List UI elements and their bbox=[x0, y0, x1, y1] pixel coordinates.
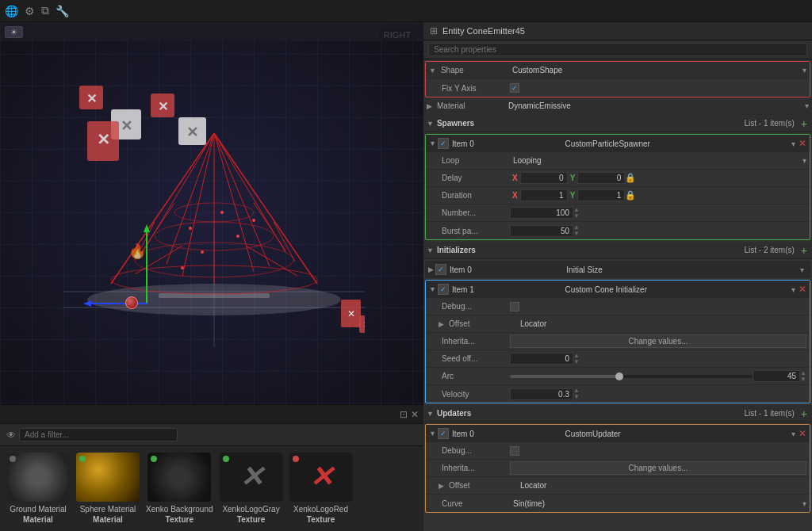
loop-dropdown[interactable]: ▾ bbox=[802, 156, 806, 165]
viewport: RIGHT ☀ bbox=[0, 22, 423, 404]
init-item1-check[interactable]: ✓ bbox=[438, 284, 449, 295]
delay-x-input[interactable] bbox=[520, 172, 568, 184]
shape-section: ▼ Shape CustomShape ▾ Fix Y Axis ✓ bbox=[425, 61, 810, 97]
init-item0-dropdown[interactable]: ▾ bbox=[800, 266, 804, 274]
bb-icon-1[interactable]: ⊡ bbox=[400, 409, 408, 420]
spawner-item0-check[interactable]: ✓ bbox=[438, 138, 449, 149]
spawner-section: ▼ ✓ Item 0 CustomParticleSpawner ▾ ✕ Loo… bbox=[425, 134, 810, 240]
svg-point-28 bbox=[252, 219, 255, 222]
bb-icon-2[interactable]: ✕ bbox=[411, 409, 419, 420]
initializers-header[interactable]: ▼ Initializers List - 2 item(s) + bbox=[423, 242, 812, 259]
duration-y-input[interactable] bbox=[577, 189, 625, 201]
init-item1-delete[interactable]: ✕ bbox=[799, 284, 806, 295]
asset-dot-xenko-gray bbox=[223, 456, 229, 462]
spawners-header[interactable]: ▼ Spawners List - 1 item(s) + bbox=[423, 115, 812, 132]
asset-dot-xenko-red bbox=[293, 456, 299, 462]
top-toolbar: 🌐 ⚙ ⧉ 🔧 bbox=[0, 0, 812, 22]
updater-item0-dropdown[interactable]: ▾ bbox=[791, 430, 795, 438]
updaters-header[interactable]: ▼ Updaters List - 1 item(s) + bbox=[423, 405, 812, 422]
fix-y-check: ✓ bbox=[511, 84, 518, 92]
fix-y-row: Fix Y Axis ✓ bbox=[426, 79, 810, 97]
entity-header: ⊞ Entity ConeEmitter45 bbox=[423, 22, 812, 40]
init1-velocity-input[interactable] bbox=[510, 388, 573, 400]
globe-icon-btn[interactable]: 🌐 bbox=[5, 5, 18, 17]
spawner-item0-dropdown[interactable]: ▾ bbox=[791, 139, 795, 148]
init-item0-check[interactable]: ✓ bbox=[435, 264, 446, 275]
number-input[interactable] bbox=[510, 207, 573, 219]
init1-seed-input[interactable] bbox=[510, 353, 573, 365]
init1-debug-checkbox[interactable] bbox=[510, 302, 519, 311]
delay-y-input[interactable] bbox=[577, 172, 625, 184]
init1-change-btn[interactable]: Change values... bbox=[510, 334, 806, 348]
updater-item0-check[interactable]: ✓ bbox=[438, 428, 449, 439]
init1-seed-down[interactable]: ▼ bbox=[573, 359, 580, 365]
shape-label: Shape bbox=[438, 66, 509, 74]
init1-arc-slider[interactable] bbox=[510, 375, 753, 378]
duration-y-label: Y bbox=[568, 191, 578, 200]
asset-thumb-sphere[interactable] bbox=[76, 453, 140, 502]
init1-offset-row: ▶ Offset Locator bbox=[426, 315, 810, 333]
init1-velocity-down[interactable]: ▼ bbox=[573, 394, 580, 400]
init1-velocity-spinners: ▲ ▼ bbox=[573, 388, 580, 400]
asset-dot-sphere bbox=[79, 456, 86, 462]
shape-dropdown[interactable]: ▾ bbox=[802, 66, 806, 74]
initializers-add[interactable]: + bbox=[801, 244, 807, 257]
init1-inherita-label: Inherita... bbox=[439, 337, 510, 346]
init1-seed-spinners: ▲ ▼ bbox=[573, 353, 580, 365]
burst-input[interactable] bbox=[510, 225, 573, 237]
settings-icon-btn[interactable]: ⚙ bbox=[25, 5, 35, 17]
asset-thumb-xenko-gray[interactable]: ✕ bbox=[220, 453, 283, 502]
fix-y-checkbox[interactable]: ✓ bbox=[510, 83, 519, 93]
upd-inherita-row: Inherita... Change values... bbox=[426, 460, 810, 477]
filter-input[interactable] bbox=[19, 428, 178, 441]
upd-curve-label: Curve bbox=[439, 499, 510, 508]
number-spin-down[interactable]: ▼ bbox=[573, 213, 580, 220]
init-item1-arrow: ▼ bbox=[429, 285, 436, 293]
init-item1-section: ▼ ✓ Item 1 Custom Cone Initializer ▾ ✕ D… bbox=[425, 280, 810, 403]
init-item0-label: Item 0 bbox=[450, 266, 566, 274]
upd-curve-dropdown[interactable]: ▾ bbox=[802, 499, 806, 508]
svg-marker-33 bbox=[83, 300, 91, 307]
upd-change-btn[interactable]: Change values... bbox=[510, 461, 806, 475]
debug-icon-btn[interactable]: 🔧 bbox=[56, 5, 69, 17]
asset-item-xenko-red: ✕ XenkoLogoRedTexture bbox=[289, 453, 353, 525]
asset-thumb-xenko-bg[interactable] bbox=[147, 453, 211, 502]
init1-arc-thumb[interactable] bbox=[615, 372, 623, 380]
upd-debug-row: Debug... bbox=[426, 442, 810, 460]
burst-spinners: ▲ ▼ bbox=[573, 224, 580, 237]
upd-debug-checkbox[interactable] bbox=[510, 446, 519, 456]
spawners-add[interactable]: + bbox=[801, 117, 807, 130]
asset-dot-xenko-bg bbox=[151, 456, 157, 462]
svg-point-26 bbox=[236, 235, 239, 238]
updater-item0-delete[interactable]: ✕ bbox=[799, 428, 806, 439]
vp-btn-1[interactable]: ☀ bbox=[5, 26, 23, 38]
entity-title: Entity ConeEmitter45 bbox=[442, 26, 525, 36]
xenko-x-gray: ✕ bbox=[239, 460, 263, 494]
loop-row: Loop Looping ▾ bbox=[426, 152, 810, 170]
delay-row: Delay X Y 🔒 bbox=[426, 170, 810, 187]
init1-arc-input[interactable] bbox=[753, 370, 800, 382]
init1-arc-track bbox=[510, 375, 753, 378]
init-item1-dropdown[interactable]: ▾ bbox=[791, 285, 795, 294]
svg-line-12 bbox=[167, 133, 214, 264]
light-sphere bbox=[125, 296, 138, 309]
asset-thumb-ground[interactable] bbox=[6, 453, 70, 502]
svg-line-21 bbox=[274, 222, 295, 262]
loop-label: Loop bbox=[439, 156, 510, 165]
asset-thumb-xenko-red[interactable]: ✕ bbox=[289, 453, 353, 502]
layers-icon-btn[interactable]: ⧉ bbox=[41, 4, 49, 17]
material-dropdown[interactable]: ▾ bbox=[805, 101, 809, 110]
svg-text:✕: ✕ bbox=[363, 320, 365, 329]
burst-label: Burst pa... bbox=[439, 227, 510, 235]
search-input[interactable] bbox=[428, 43, 807, 56]
burst-spin-down[interactable]: ▼ bbox=[573, 231, 580, 237]
upd-offset-label: Offset bbox=[446, 481, 517, 490]
props-panel[interactable]: ▼ Shape CustomShape ▾ Fix Y Axis ✓ ▶ bbox=[423, 59, 812, 531]
duration-x-input[interactable] bbox=[520, 189, 568, 201]
asset-label-xenko-red: XenkoLogoRedTexture bbox=[293, 504, 348, 525]
number-spinners: ▲ ▼ bbox=[573, 207, 580, 220]
init1-arc-down[interactable]: ▼ bbox=[800, 376, 806, 383]
updaters-add[interactable]: + bbox=[801, 407, 807, 420]
init1-arc-fill bbox=[510, 375, 619, 378]
spawner-item0-delete[interactable]: ✕ bbox=[799, 138, 806, 149]
